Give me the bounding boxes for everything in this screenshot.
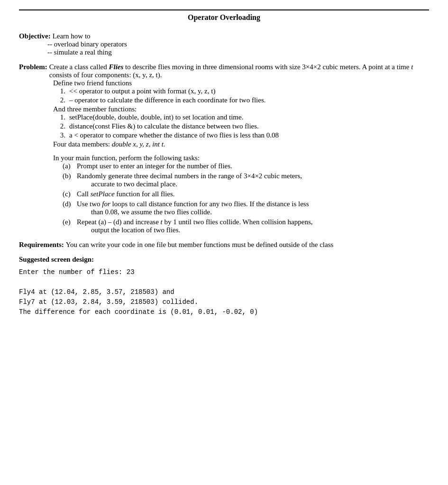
requirements-line: Requirements: You can write your code in… (19, 241, 429, 249)
task-b-continuation: accurate to two decimal place. (91, 180, 177, 188)
page-title: Operator Overloading (19, 9, 429, 25)
for-italic: for (102, 200, 110, 208)
problem-intro-text: Create a class called Flies to describe … (49, 63, 429, 79)
friend-function-2-text: – operator to calculate the difference i… (69, 96, 266, 104)
task-c-label: (c) (63, 190, 77, 198)
friend-function-2: 2. – operator to calculate the differenc… (53, 96, 429, 104)
main-tasks-section: In your main function, perform the follo… (53, 154, 429, 234)
objective-line: Objective: Learn how to (19, 32, 429, 40)
task-a-label: (a) (63, 162, 77, 170)
member-function-1: 1. setPlace(double, double, double, int)… (53, 113, 429, 121)
task-d-continuation: than 0.08, we assume the two flies colli… (91, 208, 212, 216)
problem-section: Problem: Create a class called Flies to … (19, 63, 429, 234)
task-e: (e) Repeat (a) – (d) and increase t by 1… (63, 218, 429, 234)
task-a: (a) Prompt user to enter an integer for … (63, 162, 429, 170)
suggested-section: Suggested screen design: Enter the numbe… (19, 256, 429, 317)
task-e-text: Repeat (a) – (d) and increase t by 1 unt… (77, 218, 429, 234)
objective-section: Objective: Learn how to -- overload bina… (19, 32, 429, 56)
task-d-text2: loops to call distance function for any … (112, 200, 309, 208)
objective-intro: Learn how to (53, 32, 91, 40)
task-b-label: (b) (63, 172, 77, 180)
member-function-1-text: setPlace(double, double, double, int) to… (69, 113, 243, 121)
requirements-text: You can write your code in one file but … (66, 241, 334, 249)
task-e-text2: by 1 until two flies collide. When colli… (165, 218, 313, 226)
objective-label: Objective: (19, 32, 51, 40)
task-c: (c) Call setPlace function for all flies… (63, 190, 429, 198)
main-tasks-intro: In your main function, perform the follo… (53, 154, 429, 162)
task-e-continuation: output the location of two flies. (91, 226, 180, 234)
define-line: Define two friend functions 1. << operat… (53, 79, 429, 148)
define-text: Define two friend functions (53, 79, 132, 87)
task-d: (d) Use two for loops to call distance f… (63, 200, 429, 216)
friend-function-1-text: << operator to output a point with forma… (69, 87, 215, 95)
setplace-italic: setPlace (91, 190, 115, 198)
task-c-text2: function for all flies. (116, 190, 174, 198)
suggested-title: Suggested screen design: (19, 256, 429, 264)
member-function-3: 3. a < operator to compare whether the d… (53, 131, 429, 139)
member-function-2: 2. distance(const Flies &) to calculate … (53, 122, 429, 130)
class-name-italic: Flies (109, 63, 123, 71)
objective-item-1: -- overload binary operators (47, 40, 429, 48)
task-b-main: Randomly generate three decimal numbers … (77, 172, 302, 180)
member-functions-intro: And three member functions: (53, 105, 429, 113)
data-members-pre: Four data members: (53, 140, 110, 148)
requirements-label: Requirements: (19, 241, 64, 249)
data-members-italic: double x, y, z, int t. (112, 140, 165, 148)
requirements-section: Requirements: You can write your code in… (19, 241, 429, 249)
problem-label: Problem: (19, 63, 47, 71)
member-function-2-text: distance(const Flies &) to calculate the… (69, 122, 259, 130)
task-b: (b) Randomly generate three decimal numb… (63, 172, 429, 188)
friend-functions-list: 1. << operator to output a point with fo… (53, 87, 429, 104)
member-functions-list: 1. setPlace(double, double, double, int)… (53, 113, 429, 139)
task-a-text: Prompt user to enter an integer for the … (77, 162, 429, 170)
member-function-3-text: a < operator to compare whether the dist… (69, 131, 279, 139)
data-members-line: Four data members: double x, y, z, int t… (53, 140, 429, 148)
friend-function-1: 1. << operator to output a point with fo… (53, 87, 429, 95)
class-name: Flies (109, 63, 123, 71)
t-italic-e: t (161, 218, 163, 226)
task-d-text: Use two for loops to call distance funct… (77, 200, 429, 216)
code-block: Enter the number of flies: 23 Fly4 at (1… (19, 267, 429, 317)
t-var: t (411, 63, 413, 71)
task-d-label: (d) (63, 200, 77, 208)
task-c-text: Call setPlace function for all flies. (77, 190, 429, 198)
objective-item-2: -- simulate a real thing (47, 48, 429, 56)
task-e-label: (e) (63, 218, 77, 226)
task-b-text: Randomly generate three decimal numbers … (77, 172, 429, 188)
problem-first-line: Problem: Create a class called Flies to … (19, 63, 429, 79)
